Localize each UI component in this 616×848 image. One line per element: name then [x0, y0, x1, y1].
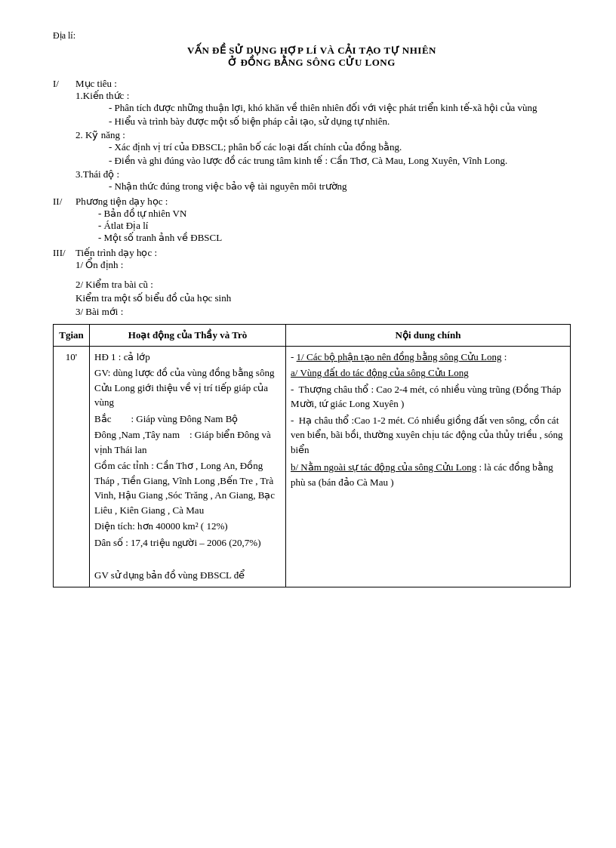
baimoi-item: 3/ Bài mới : — [75, 306, 571, 318]
ondinhm-item: 1/ Ổn định : — [75, 259, 571, 271]
roman-I: I/ — [53, 78, 71, 90]
subject-label: Địa lí: — [53, 30, 571, 42]
skills-section: 2. Kỹ năng : - Xác định vị trí của ĐBSCL… — [75, 129, 571, 167]
kynang-bullet-1: - Xác định vị trí của ĐBSCL; phân bố các… — [109, 141, 571, 153]
kiemtra-item: 2/ Kiểm tra bài cũ : — [75, 279, 571, 291]
phuongtien-bullet-3: - Một số tranh ảnh về ĐBSCL — [98, 232, 571, 244]
thaido-bullet-1: - Nhận thức đúng trong việc bảo vệ tài n… — [109, 180, 571, 193]
header-content: Nội dung chính — [286, 325, 571, 347]
phuongtien-bullet-1: - Bản đồ tự nhiên VN — [98, 208, 571, 220]
lesson-table: Tgian Hoạt động của Thầy và Trò Nội dung… — [53, 324, 571, 587]
header-time: Tgian — [54, 325, 90, 347]
kynang-bullet-2: - Điền và ghi đúng vào lược đồ các trung… — [109, 155, 571, 167]
cell-time: 10' — [54, 346, 90, 587]
section-I-title: Mục tiêu : — [75, 78, 117, 90]
phuongtien-bullet-2: - Átlat Địa lí — [98, 220, 571, 232]
title-block: VẤN ĐỀ SỬ DỤNG HỢP LÍ VÀ CẢI TẠO TỰ NHIÊ… — [53, 45, 571, 69]
kienthuc-bullet-2: - Hiểu và trình bày được một số biện phá… — [109, 116, 571, 128]
attitude-section: 3.Thái độ : - Nhận thức đúng trong việc … — [75, 168, 571, 193]
kiemtra-content: Kiểm tra một số biểu đồ của học sinh — [75, 292, 571, 304]
knowledge-section: 1.Kiến thức : - Phân tích được những thu… — [75, 90, 571, 128]
thaido-label: Thái độ : — [83, 168, 119, 180]
section-I: I/ Mục tiêu : 1.Kiến thức : - Phân tích … — [53, 78, 571, 193]
title-line1: VẤN ĐỀ SỬ DỤNG HỢP LÍ VÀ CẢI TẠO TỰ NHIÊ… — [53, 45, 571, 57]
kienthuc-bullet-1: - Phân tích được những thuận lợi, khó kh… — [109, 102, 571, 114]
header-activity: Hoạt động của Thầy và Trò — [90, 325, 286, 347]
cell-content: - 1/ Các bộ phận tạo nên đồng bằng sông … — [286, 346, 571, 587]
kynang-label: Kỹ năng : — [85, 129, 125, 140]
title-line2: Ở ĐỒNG BẰNG SÔNG CỬU LONG — [53, 57, 571, 69]
roman-III: III/ — [53, 247, 71, 259]
roman-II: II/ — [53, 196, 71, 208]
section-III: III/ Tiến trình dạy học : 1/ Ổn định : 2… — [53, 247, 571, 318]
section-II: II/ Phương tiện dạy học : - Bản đồ tự nh… — [53, 196, 571, 244]
section-II-title: Phương tiện dạy học : — [75, 196, 168, 208]
cell-activity: HĐ 1 : cả lớp GV: dùng lược đồ của vùng … — [90, 346, 286, 587]
section-III-title: Tiến trình dạy học : — [75, 247, 157, 259]
table-row: 10' HĐ 1 : cả lớp GV: dùng lược đồ của v… — [54, 346, 571, 587]
kienthuc-label: Kiến thức : — [83, 90, 130, 101]
